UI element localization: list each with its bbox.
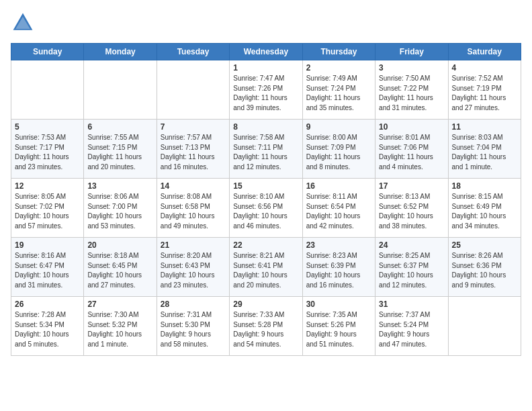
day-info: Sunrise: 8:16 AM Sunset: 6:47 PM Dayligh… [15, 251, 80, 290]
day-number: 17 [379, 181, 444, 191]
day-number: 4 [452, 63, 517, 73]
day-info: Sunrise: 7:35 AM Sunset: 5:26 PM Dayligh… [306, 310, 371, 349]
calendar-day-cell: 3Sunrise: 7:50 AM Sunset: 7:22 PM Daylig… [375, 60, 448, 120]
calendar-day-cell [84, 60, 157, 120]
logo [11, 11, 39, 35]
day-info: Sunrise: 7:47 AM Sunset: 7:26 PM Dayligh… [233, 74, 298, 113]
calendar-day-cell [448, 297, 521, 356]
weekday-header-cell: Saturday [448, 44, 521, 60]
day-number: 12 [15, 181, 80, 191]
calendar-day-cell: 8Sunrise: 7:58 AM Sunset: 7:11 PM Daylig… [230, 120, 302, 179]
day-info: Sunrise: 7:52 AM Sunset: 7:19 PM Dayligh… [452, 74, 517, 113]
day-info: Sunrise: 7:55 AM Sunset: 7:15 PM Dayligh… [87, 133, 152, 172]
day-number: 30 [306, 300, 371, 309]
day-number: 2 [306, 63, 371, 73]
calendar-day-cell: 31Sunrise: 7:37 AM Sunset: 5:24 PM Dayli… [375, 297, 448, 356]
day-info: Sunrise: 8:00 AM Sunset: 7:09 PM Dayligh… [306, 133, 371, 172]
calendar-day-cell: 26Sunrise: 7:28 AM Sunset: 5:34 PM Dayli… [11, 297, 84, 356]
calendar-day-cell: 6Sunrise: 7:55 AM Sunset: 7:15 PM Daylig… [84, 120, 157, 179]
calendar-day-cell [11, 60, 84, 120]
day-number: 14 [161, 181, 226, 191]
day-number: 26 [15, 300, 80, 309]
day-number: 13 [87, 181, 152, 191]
calendar-week-row: 19Sunrise: 8:16 AM Sunset: 6:47 PM Dayli… [11, 238, 521, 297]
day-number: 15 [233, 181, 298, 191]
calendar-day-cell: 7Sunrise: 7:57 AM Sunset: 7:13 PM Daylig… [157, 120, 229, 179]
day-number: 1 [233, 63, 298, 73]
calendar-day-cell: 4Sunrise: 7:52 AM Sunset: 7:19 PM Daylig… [448, 60, 521, 120]
calendar-table: SundayMondayTuesdayWednesdayThursdayFrid… [11, 43, 521, 356]
day-info: Sunrise: 8:06 AM Sunset: 7:00 PM Dayligh… [87, 192, 152, 231]
day-number: 31 [379, 300, 444, 309]
calendar-day-cell: 22Sunrise: 8:21 AM Sunset: 6:41 PM Dayli… [230, 238, 302, 297]
day-number: 29 [233, 300, 298, 309]
calendar-week-row: 12Sunrise: 8:05 AM Sunset: 7:02 PM Dayli… [11, 179, 521, 238]
day-info: Sunrise: 7:57 AM Sunset: 7:13 PM Dayligh… [161, 133, 226, 172]
day-number: 16 [306, 181, 371, 191]
day-number: 21 [161, 240, 226, 250]
calendar-day-cell: 13Sunrise: 8:06 AM Sunset: 7:00 PM Dayli… [84, 179, 157, 238]
day-number: 6 [87, 122, 152, 132]
day-number: 8 [233, 122, 298, 132]
calendar-day-cell: 9Sunrise: 8:00 AM Sunset: 7:09 PM Daylig… [302, 120, 375, 179]
day-number: 28 [161, 300, 226, 309]
calendar-day-cell: 27Sunrise: 7:30 AM Sunset: 5:32 PM Dayli… [84, 297, 157, 356]
day-number: 24 [379, 240, 444, 250]
day-info: Sunrise: 7:28 AM Sunset: 5:34 PM Dayligh… [15, 310, 80, 349]
day-info: Sunrise: 8:11 AM Sunset: 6:54 PM Dayligh… [306, 192, 371, 231]
calendar-day-cell: 11Sunrise: 8:03 AM Sunset: 7:04 PM Dayli… [448, 120, 521, 179]
day-info: Sunrise: 7:30 AM Sunset: 5:32 PM Dayligh… [87, 310, 152, 349]
calendar-day-cell: 2Sunrise: 7:49 AM Sunset: 7:24 PM Daylig… [302, 60, 375, 120]
weekday-header-cell: Friday [375, 44, 448, 60]
calendar-day-cell: 16Sunrise: 8:11 AM Sunset: 6:54 PM Dayli… [302, 179, 375, 238]
calendar-day-cell: 12Sunrise: 8:05 AM Sunset: 7:02 PM Dayli… [11, 179, 84, 238]
calendar-day-cell [157, 60, 229, 120]
weekday-header-cell: Sunday [11, 44, 84, 60]
day-info: Sunrise: 8:25 AM Sunset: 6:37 PM Dayligh… [379, 251, 444, 290]
day-info: Sunrise: 7:31 AM Sunset: 5:30 PM Dayligh… [161, 310, 226, 349]
day-info: Sunrise: 7:33 AM Sunset: 5:28 PM Dayligh… [233, 310, 298, 349]
day-info: Sunrise: 7:53 AM Sunset: 7:17 PM Dayligh… [15, 133, 80, 172]
weekday-header-cell: Tuesday [157, 44, 229, 60]
day-number: 23 [306, 240, 371, 250]
weekday-header-cell: Monday [84, 44, 157, 60]
calendar-day-cell: 1Sunrise: 7:47 AM Sunset: 7:26 PM Daylig… [230, 60, 302, 120]
calendar-week-row: 1Sunrise: 7:47 AM Sunset: 7:26 PM Daylig… [11, 60, 521, 120]
calendar-day-cell: 5Sunrise: 7:53 AM Sunset: 7:17 PM Daylig… [11, 120, 84, 179]
day-info: Sunrise: 8:21 AM Sunset: 6:41 PM Dayligh… [233, 251, 298, 290]
weekday-header-row: SundayMondayTuesdayWednesdayThursdayFrid… [11, 44, 521, 60]
calendar-week-row: 26Sunrise: 7:28 AM Sunset: 5:34 PM Dayli… [11, 297, 521, 356]
day-number: 3 [379, 63, 444, 73]
day-number: 7 [161, 122, 226, 132]
day-info: Sunrise: 8:10 AM Sunset: 6:56 PM Dayligh… [233, 192, 298, 231]
day-info: Sunrise: 8:18 AM Sunset: 6:45 PM Dayligh… [87, 251, 152, 290]
day-info: Sunrise: 7:37 AM Sunset: 5:24 PM Dayligh… [379, 310, 444, 349]
calendar-header: SundayMondayTuesdayWednesdayThursdayFrid… [11, 44, 521, 60]
calendar-day-cell: 30Sunrise: 7:35 AM Sunset: 5:26 PM Dayli… [302, 297, 375, 356]
weekday-header-cell: Thursday [302, 44, 375, 60]
day-info: Sunrise: 8:03 AM Sunset: 7:04 PM Dayligh… [452, 133, 517, 172]
day-info: Sunrise: 8:20 AM Sunset: 6:43 PM Dayligh… [161, 251, 226, 290]
day-info: Sunrise: 8:08 AM Sunset: 6:58 PM Dayligh… [161, 192, 226, 231]
day-number: 20 [87, 240, 152, 250]
calendar-day-cell: 23Sunrise: 8:23 AM Sunset: 6:39 PM Dayli… [302, 238, 375, 297]
day-number: 10 [379, 122, 444, 132]
calendar-week-row: 5Sunrise: 7:53 AM Sunset: 7:17 PM Daylig… [11, 120, 521, 179]
day-info: Sunrise: 8:05 AM Sunset: 7:02 PM Dayligh… [15, 192, 80, 231]
calendar-day-cell: 28Sunrise: 7:31 AM Sunset: 5:30 PM Dayli… [157, 297, 229, 356]
calendar-day-cell: 24Sunrise: 8:25 AM Sunset: 6:37 PM Dayli… [375, 238, 448, 297]
calendar-day-cell: 21Sunrise: 8:20 AM Sunset: 6:43 PM Dayli… [157, 238, 229, 297]
day-number: 9 [306, 122, 371, 132]
day-number: 11 [452, 122, 517, 132]
day-number: 25 [452, 240, 517, 250]
calendar-day-cell: 19Sunrise: 8:16 AM Sunset: 6:47 PM Dayli… [11, 238, 84, 297]
day-info: Sunrise: 8:26 AM Sunset: 6:36 PM Dayligh… [452, 251, 517, 290]
calendar-body: 1Sunrise: 7:47 AM Sunset: 7:26 PM Daylig… [11, 60, 521, 356]
day-info: Sunrise: 7:58 AM Sunset: 7:11 PM Dayligh… [233, 133, 298, 172]
day-info: Sunrise: 8:15 AM Sunset: 6:49 PM Dayligh… [452, 192, 517, 231]
page-header [11, 11, 521, 35]
day-info: Sunrise: 8:13 AM Sunset: 6:52 PM Dayligh… [379, 192, 444, 231]
calendar-day-cell: 18Sunrise: 8:15 AM Sunset: 6:49 PM Dayli… [448, 179, 521, 238]
day-info: Sunrise: 7:49 AM Sunset: 7:24 PM Dayligh… [306, 74, 371, 113]
day-number: 5 [15, 122, 80, 132]
